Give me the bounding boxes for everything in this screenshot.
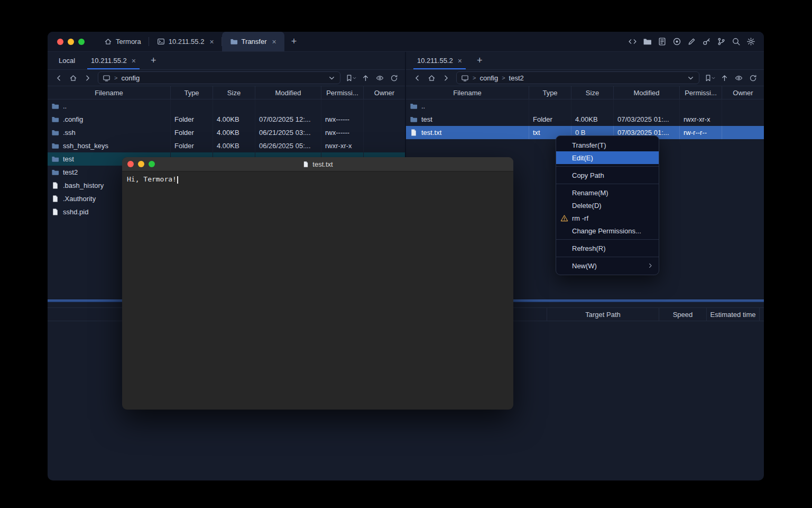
close-tab-icon[interactable]: × (132, 57, 136, 65)
bookmark-button[interactable] (704, 71, 716, 84)
column-header[interactable]: Owner (722, 86, 764, 99)
record-icon[interactable] (672, 37, 681, 46)
column-header[interactable]: Permissi... (321, 86, 364, 99)
path-bar[interactable]: > config > test2 (456, 71, 699, 84)
breadcrumb-separator: > (473, 75, 476, 81)
column-spacer (759, 308, 764, 321)
file-icon (51, 182, 59, 189)
path-bar[interactable]: > config (98, 71, 340, 84)
chevron-down-icon[interactable] (328, 74, 336, 82)
tab-transfer[interactable]: Transfer × (222, 32, 284, 51)
tab-remote-host[interactable]: 10.211.55.2 × (83, 52, 144, 69)
breadcrumb[interactable]: test2 (509, 74, 524, 82)
column-header[interactable]: Estimated time (706, 308, 759, 321)
folder-icon (51, 168, 59, 176)
window-tabs: Termora 10.211.55.2 × Transfer × + (96, 32, 303, 51)
traffic-lights (48, 32, 96, 51)
folder-icon[interactable] (643, 37, 652, 46)
column-header[interactable]: Modified (255, 86, 321, 99)
column-header[interactable]: Modified (614, 86, 680, 99)
file-name: .Xauthority (63, 195, 96, 203)
menu-separator (556, 166, 659, 167)
parent-directory-button[interactable] (359, 71, 372, 84)
menu-item-copy-path[interactable]: Copy Path (556, 169, 659, 182)
show-hidden-button[interactable] (373, 71, 386, 84)
home-button[interactable] (67, 71, 79, 84)
edit-icon[interactable] (687, 37, 696, 46)
file-name: test (421, 115, 432, 123)
zoom-window-button[interactable] (149, 161, 155, 167)
minimize-window-button[interactable] (138, 161, 144, 167)
column-header[interactable]: Owner (364, 86, 405, 99)
table-row[interactable]: .. (406, 99, 764, 113)
show-hidden-button[interactable] (732, 71, 745, 84)
breadcrumb[interactable]: config (479, 74, 498, 82)
editor-content[interactable]: Hi, Termora! (122, 171, 513, 187)
new-pane-tab-button[interactable]: + (470, 52, 490, 69)
menu-item-transfer[interactable]: Transfer(T) (556, 139, 659, 151)
minimize-window-button[interactable] (68, 39, 74, 45)
warning-icon (560, 214, 568, 222)
search-icon[interactable] (732, 37, 741, 46)
menu-item-delete[interactable]: Delete(D) (556, 199, 659, 212)
settings-icon[interactable] (746, 37, 755, 46)
table-row[interactable]: .ssh Folder4.00KB06/21/2025 03:...rwx---… (48, 126, 405, 139)
file-icon (302, 161, 309, 168)
code-icon[interactable] (628, 37, 637, 46)
menu-item-refresh[interactable]: Refresh(R) (556, 242, 659, 255)
table-row[interactable]: .. (48, 99, 405, 113)
zoom-window-button[interactable] (78, 39, 85, 45)
table-row[interactable]: .config Folder4.00KB07/02/2025 12:...rwx… (48, 113, 405, 126)
menu-item-edit[interactable]: Edit(E) (556, 151, 659, 164)
menu-item-rename[interactable]: Rename(M) (556, 186, 659, 199)
close-window-button[interactable] (127, 161, 134, 167)
column-header[interactable]: Type (529, 86, 571, 99)
close-tab-icon[interactable]: × (209, 38, 214, 46)
menu-item-change-permissions[interactable]: Change Permissions... (556, 224, 659, 237)
column-header[interactable]: Permissi... (680, 86, 722, 99)
menu-item-new[interactable]: New(W) (556, 259, 659, 272)
parent-directory-button[interactable] (718, 71, 731, 84)
table-row[interactable]: ssh_host_keys Folder4.00KB06/26/2025 05:… (48, 139, 405, 152)
chevron-down-icon[interactable] (687, 74, 695, 82)
table-row[interactable]: test Folder4.00KB07/03/2025 01:...rwxr-x… (406, 113, 764, 126)
forward-button[interactable] (439, 71, 452, 84)
editor-titlebar[interactable]: test.txt (122, 157, 513, 171)
menu-item-rm-rf[interactable]: rm -rf (556, 212, 659, 224)
column-header[interactable]: Size (571, 86, 614, 99)
column-header[interactable]: Target Path (547, 308, 659, 321)
breadcrumb[interactable]: config (121, 74, 140, 82)
back-button[interactable] (52, 71, 65, 84)
refresh-button[interactable] (387, 71, 400, 84)
tab-local[interactable]: Local (51, 52, 83, 69)
new-tab-button[interactable]: + (284, 32, 304, 51)
column-header[interactable]: Speed (659, 308, 706, 321)
file-name: .config (63, 115, 83, 123)
back-button[interactable] (411, 71, 423, 84)
tab-label: 10.211.55.2 (417, 57, 453, 65)
refresh-button[interactable] (746, 71, 759, 84)
app-window: Termora 10.211.55.2 × Transfer × + (48, 32, 764, 480)
tab-host[interactable]: 10.211.55.2 × (149, 32, 222, 51)
left-pane-tabs: Local 10.211.55.2 × + (48, 52, 405, 70)
column-header[interactable]: Filename (406, 86, 529, 99)
bookmark-button[interactable] (345, 71, 357, 84)
close-window-button[interactable] (57, 39, 63, 45)
tab-remote-host[interactable]: 10.211.55.2 × (409, 52, 470, 69)
file-name: test (63, 155, 74, 163)
forward-button[interactable] (81, 71, 94, 84)
tab-label: Transfer (242, 38, 267, 46)
close-tab-icon[interactable]: × (458, 57, 462, 65)
file-name: .bash_history (63, 182, 104, 189)
new-pane-tab-button[interactable]: + (144, 52, 163, 69)
branch-icon[interactable] (717, 37, 726, 46)
key-icon[interactable] (702, 37, 711, 46)
close-tab-icon[interactable]: × (272, 38, 276, 46)
column-header[interactable]: Size (213, 86, 255, 99)
column-header[interactable]: Filename (48, 86, 171, 99)
breadcrumb-separator: > (114, 75, 117, 81)
home-button[interactable] (425, 71, 438, 84)
column-header[interactable]: Type (171, 86, 213, 99)
tab-termora[interactable]: Termora (96, 32, 149, 51)
report-icon[interactable] (658, 37, 667, 46)
